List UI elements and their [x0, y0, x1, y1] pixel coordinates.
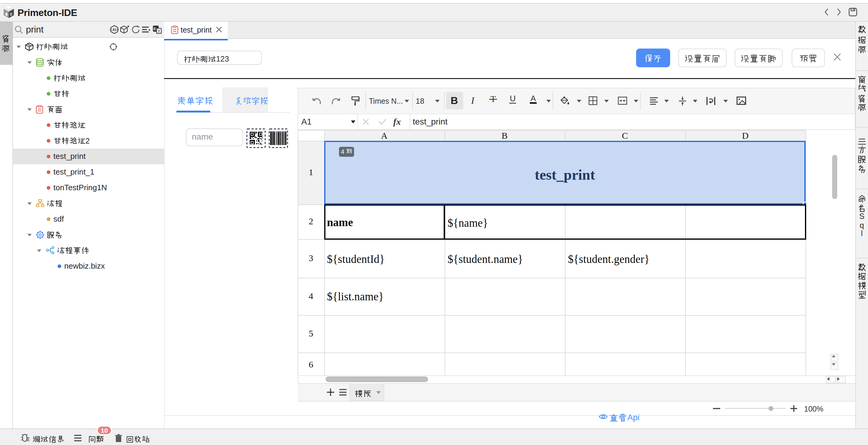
svg-text:文: 文 — [157, 29, 161, 33]
svg-text:AI: AI — [113, 27, 116, 32]
svg-text:A: A — [530, 94, 536, 103]
svg-text:U: U — [510, 94, 516, 103]
